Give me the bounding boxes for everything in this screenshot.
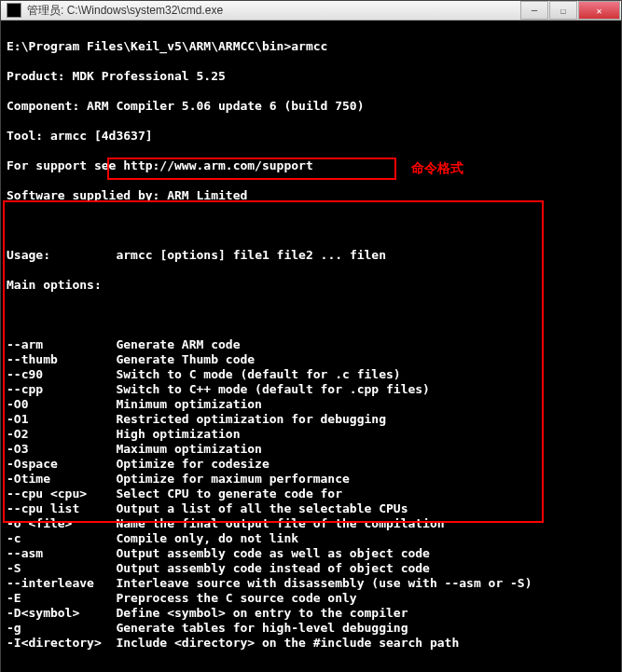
option-row: --cpu list Output a list of all the sele… [7,501,615,516]
blank-line [7,308,615,322]
terminal-area[interactable]: E:\Program Files\Keil_v5\ARM\ARMCC\bin>a… [1,21,621,672]
option-row: --cpp Switch to C++ mode (default for .c… [7,382,615,397]
option-row: -I<directory> Include <directory> on the… [7,636,615,651]
option-row: -O0 Minimum optimization [7,397,615,412]
window-title: 管理员: C:\Windows\system32\cmd.exe [27,3,520,19]
usage-annotation: 命令格式 [411,160,463,175]
minimize-button[interactable]: ─ [520,1,548,20]
app-icon [7,3,21,18]
option-row: -O3 Maximum optimization [7,442,615,457]
option-row: --arm Generate ARM code [7,337,615,352]
option-row: -O1 Restricted optimization for debuggin… [7,412,615,427]
option-row: --cpu <cpu> Select CPU to generate code … [7,487,615,501]
output-line: For support see http://www.arm.com/suppo… [7,158,615,173]
usage-text: armcc [options] file1 file2 ... filen [116,248,386,262]
blank-line [7,665,615,672]
option-row: --c90 Switch to C mode (default for .c f… [7,367,615,382]
window: 管理员: C:\Windows\system32\cmd.exe ─ ☐ ✕ E… [0,0,622,672]
output-line: Tool: armcc [4d3637] [7,129,615,144]
main-options-line: Main options: [7,278,615,293]
option-row: -O2 High optimization [7,427,615,442]
option-row: --thumb Generate Thumb code [7,352,615,367]
option-row: -D<symbol> Define <symbol> on entry to t… [7,606,615,621]
output-line: Product: MDK Professional 5.25 [7,69,615,84]
options-list: --arm Generate ARM code--thumb Generate … [7,337,615,651]
output-line: Software supplied by: ARM Limited [7,188,615,203]
option-row: -o <file> Name the final output file of … [7,516,615,531]
output-line: Component: ARM Compiler 5.06 update 6 (b… [7,99,615,114]
option-row: -c Compile only, do not link [7,531,615,546]
option-row: -S Output assembly code instead of objec… [7,561,615,576]
window-controls: ─ ☐ ✕ [520,1,621,20]
close-button[interactable]: ✕ [578,1,620,20]
option-row: -E Preprocess the C source code only [7,591,615,606]
titlebar[interactable]: 管理员: C:\Windows\system32\cmd.exe ─ ☐ ✕ [1,1,621,21]
option-row: -Ospace Optimize for codesize [7,457,615,472]
usage-label: Usage: [7,248,50,262]
maximize-button[interactable]: ☐ [549,1,577,20]
output-line: E:\Program Files\Keil_v5\ARM\ARMCC\bin>a… [7,39,615,54]
option-row: --interleave Interleave source with disa… [7,576,615,591]
blank-line [7,218,615,233]
option-row: --asm Output assembly code as well as ob… [7,546,615,561]
usage-line: Usage: armcc [options] file1 file2 ... f… [7,248,615,263]
option-row: -Otime Optimize for maximum performance [7,472,615,487]
option-row: -g Generate tables for high-level debugg… [7,621,615,636]
